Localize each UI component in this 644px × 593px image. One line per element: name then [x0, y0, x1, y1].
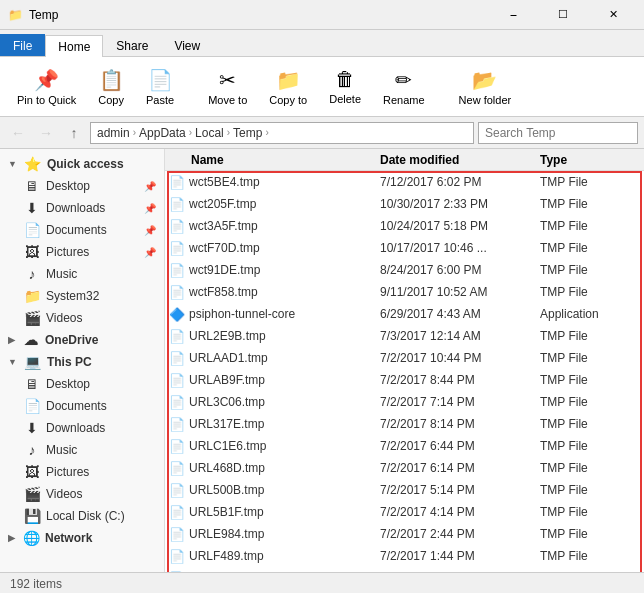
table-row[interactable]: 📄URL7A97.tmp7/2/2017 1:14 PMTMP File: [165, 567, 644, 572]
network-icon: 🌐: [23, 530, 39, 546]
search-box[interactable]: [478, 122, 638, 144]
col-name-header[interactable]: Name: [169, 153, 380, 167]
file-type: TMP File: [540, 175, 640, 189]
new-folder-button[interactable]: 📂 New folder: [450, 63, 521, 111]
window-title: Temp: [29, 8, 58, 22]
tab-share[interactable]: Share: [103, 34, 161, 56]
table-row[interactable]: 📄URLE984.tmp7/2/2017 2:44 PMTMP File: [165, 523, 644, 545]
table-row[interactable]: 📄URLC1E6.tmp7/2/2017 6:44 PMTMP File: [165, 435, 644, 457]
sidebar-item-videos-qa[interactable]: 🎬 Videos: [0, 307, 164, 329]
sidebar-label: Local Disk (C:): [46, 509, 125, 523]
back-button[interactable]: ←: [6, 121, 30, 145]
sidebar-onedrive[interactable]: ▶ ☁ OneDrive: [0, 329, 164, 351]
tmp-file-icon: 📄: [169, 548, 185, 564]
file-name: URLAAD1.tmp: [189, 351, 380, 365]
sidebar-item-music-pc[interactable]: ♪ Music: [0, 439, 164, 461]
file-date: 7/2/2017 6:14 PM: [380, 461, 540, 475]
file-name: URL2E9B.tmp: [189, 329, 380, 343]
file-type: TMP File: [540, 285, 640, 299]
file-name: URL3C06.tmp: [189, 395, 380, 409]
file-type: TMP File: [540, 219, 640, 233]
file-name: wct205F.tmp: [189, 197, 380, 211]
file-name: URLF489.tmp: [189, 549, 380, 563]
sidebar-item-desktop-qa[interactable]: 🖥 Desktop 📌: [0, 175, 164, 197]
table-row[interactable]: 📄wct5BE4.tmp7/12/2017 6:02 PMTMP File: [165, 171, 644, 193]
table-row[interactable]: 📄URLF489.tmp7/2/2017 1:44 PMTMP File: [165, 545, 644, 567]
close-button[interactable]: ✕: [590, 0, 636, 30]
file-date: 10/30/2017 2:33 PM: [380, 197, 540, 211]
tmp-file-icon: 📄: [169, 394, 185, 410]
pin-indicator: 📌: [144, 203, 156, 214]
delete-button[interactable]: 🗑 Delete: [320, 63, 370, 110]
sidebar-item-pictures-pc[interactable]: 🖼 Pictures: [0, 461, 164, 483]
table-row[interactable]: 📄URL500B.tmp7/2/2017 5:14 PMTMP File: [165, 479, 644, 501]
sidebar-item-downloads-qa[interactable]: ⬇ Downloads 📌: [0, 197, 164, 219]
sidebar-item-videos-pc[interactable]: 🎬 Videos: [0, 483, 164, 505]
sidebar-label: This PC: [47, 355, 92, 369]
table-row[interactable]: 📄URL468D.tmp7/2/2017 6:14 PMTMP File: [165, 457, 644, 479]
sidebar-item-desktop-pc[interactable]: 🖥 Desktop: [0, 373, 164, 395]
file-type: TMP File: [540, 395, 640, 409]
file-date: 10/24/2017 5:18 PM: [380, 219, 540, 233]
sidebar-item-localdisk-pc[interactable]: 💾 Local Disk (C:): [0, 505, 164, 527]
forward-button[interactable]: →: [34, 121, 58, 145]
sidebar-network[interactable]: ▶ 🌐 Network: [0, 527, 164, 549]
path-appdata[interactable]: AppData: [139, 126, 186, 140]
rename-button[interactable]: ✏ Rename: [374, 63, 434, 111]
pictures-icon: 🖼: [24, 244, 40, 260]
file-date: 7/2/2017 8:14 PM: [380, 417, 540, 431]
file-name: URLAB9F.tmp: [189, 373, 380, 387]
col-date-header[interactable]: Date modified: [380, 153, 540, 167]
sidebar-quick-access[interactable]: ▼ ⭐ Quick access: [0, 153, 164, 175]
sidebar-item-system32-qa[interactable]: 📁 System32: [0, 285, 164, 307]
path-admin[interactable]: admin: [97, 126, 130, 140]
table-row[interactable]: 📄URL2E9B.tmp7/3/2017 12:14 AMTMP File: [165, 325, 644, 347]
path-local[interactable]: Local: [195, 126, 224, 140]
tab-file[interactable]: File: [0, 34, 45, 56]
copy-to-button[interactable]: 📁 Copy to: [260, 63, 316, 111]
path-temp[interactable]: Temp: [233, 126, 262, 140]
sidebar-this-pc[interactable]: ▼ 💻 This PC: [0, 351, 164, 373]
minimize-button[interactable]: ‒: [490, 0, 536, 30]
col-type-header[interactable]: Type: [540, 153, 640, 167]
table-row[interactable]: 📄URLAAD1.tmp7/2/2017 10:44 PMTMP File: [165, 347, 644, 369]
table-row[interactable]: 📄URL317E.tmp7/2/2017 8:14 PMTMP File: [165, 413, 644, 435]
sidebar-item-music-qa[interactable]: ♪ Music: [0, 263, 164, 285]
table-row[interactable]: 📄wct91DE.tmp8/24/2017 6:00 PMTMP File: [165, 259, 644, 281]
file-list: 📄wct5BE4.tmp7/12/2017 6:02 PMTMP File📄wc…: [165, 171, 644, 572]
sidebar-label: Music: [46, 267, 77, 281]
pin-button[interactable]: 📌 Pin to Quick: [8, 63, 85, 111]
sidebar: ▼ ⭐ Quick access 🖥 Desktop 📌 ⬇ Downloads…: [0, 149, 165, 572]
sidebar-item-downloads-pc[interactable]: ⬇ Downloads: [0, 417, 164, 439]
table-row[interactable]: 📄wctF858.tmp9/11/2017 10:52 AMTMP File: [165, 281, 644, 303]
file-name: wct3A5F.tmp: [189, 219, 380, 233]
table-row[interactable]: 📄URLAB9F.tmp7/2/2017 8:44 PMTMP File: [165, 369, 644, 391]
copy-button[interactable]: 📋 Copy: [89, 63, 133, 111]
copy-to-icon: 📁: [276, 68, 301, 92]
table-row[interactable]: 📄URL5B1F.tmp7/2/2017 4:14 PMTMP File: [165, 501, 644, 523]
table-row[interactable]: 🔷psiphon-tunnel-core6/29/2017 4:43 AMApp…: [165, 303, 644, 325]
search-input[interactable]: [485, 126, 631, 140]
tab-home[interactable]: Home: [45, 35, 103, 57]
table-row[interactable]: 📄URL3C06.tmp7/2/2017 7:14 PMTMP File: [165, 391, 644, 413]
address-bar: ← → ↑ admin › AppData › Local › Temp ›: [0, 117, 644, 149]
file-name: URLE984.tmp: [189, 527, 380, 541]
maximize-button[interactable]: ☐: [540, 0, 586, 30]
paste-button[interactable]: 📄 Paste: [137, 63, 183, 111]
tmp-file-icon: 📄: [169, 240, 185, 256]
expand-icon: ▶: [8, 533, 15, 543]
music-icon: ♪: [24, 266, 40, 282]
up-button[interactable]: ↑: [62, 121, 86, 145]
sidebar-label: Downloads: [46, 201, 105, 215]
file-name: URLC1E6.tmp: [189, 439, 380, 453]
sidebar-label: Videos: [46, 487, 82, 501]
sidebar-item-pictures-qa[interactable]: 🖼 Pictures 📌: [0, 241, 164, 263]
address-path[interactable]: admin › AppData › Local › Temp ›: [90, 122, 474, 144]
tab-view[interactable]: View: [161, 34, 213, 56]
table-row[interactable]: 📄wct3A5F.tmp10/24/2017 5:18 PMTMP File: [165, 215, 644, 237]
sidebar-item-documents-pc[interactable]: 📄 Documents: [0, 395, 164, 417]
table-row[interactable]: 📄wctF70D.tmp10/17/2017 10:46 ...TMP File: [165, 237, 644, 259]
move-to-button[interactable]: ✂ Move to: [199, 63, 256, 111]
table-row[interactable]: 📄wct205F.tmp10/30/2017 2:33 PMTMP File: [165, 193, 644, 215]
sidebar-item-documents-qa[interactable]: 📄 Documents 📌: [0, 219, 164, 241]
